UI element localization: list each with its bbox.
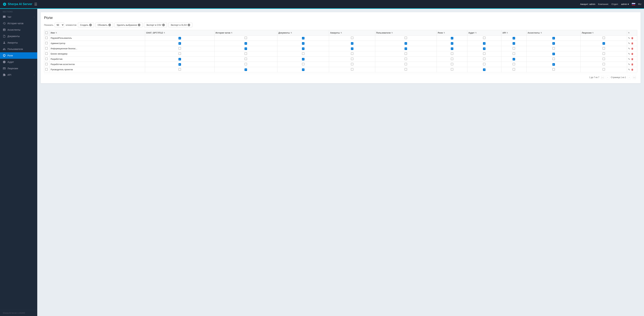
chat-history-sort-icon[interactable]: ⇅	[231, 32, 232, 34]
row-6-cb-4[interactable]	[404, 68, 407, 70]
row-0-edit-icon[interactable]: ✎	[628, 37, 630, 40]
row-3-cb-2[interactable]	[302, 52, 304, 55]
row-0-cb-4[interactable]	[404, 36, 407, 39]
row-1-delete-icon[interactable]: 🗑	[631, 42, 634, 45]
row-4-cb-9[interactable]	[602, 58, 605, 60]
pagination-prev[interactable]: ‹	[606, 76, 610, 79]
sidebar-item-chat-history[interactable]: История чатов	[0, 20, 37, 26]
row-4-cb-4[interactable]	[404, 58, 407, 60]
assistants-sort-icon[interactable]: ⇅	[540, 32, 542, 34]
row-6-cb-6[interactable]	[483, 68, 486, 71]
row-0-cb-5[interactable]	[451, 37, 453, 40]
sidebar-item-accounts[interactable]: Аккаунты	[0, 40, 37, 46]
roles-sort-icon[interactable]: ⇅	[444, 32, 445, 34]
row-5-checkbox[interactable]	[45, 63, 48, 65]
row-2-edit-icon[interactable]: ✎	[628, 47, 630, 50]
row-4-cb-7[interactable]	[512, 58, 515, 60]
row-5-delete-icon[interactable]: 🗑	[631, 63, 634, 66]
xlsx-info-icon[interactable]: i	[188, 24, 190, 26]
row-5-cb-2[interactable]	[302, 63, 304, 65]
row-3-edit-icon[interactable]: ✎	[628, 52, 630, 55]
row-3-cb-3[interactable]	[351, 52, 354, 55]
row-6-cb-1[interactable]	[244, 68, 247, 71]
row-4-cb-5[interactable]	[451, 58, 453, 60]
sidebar-item-chat[interactable]: Чат ›	[0, 14, 37, 20]
delete-info-icon[interactable]: i	[138, 24, 140, 26]
row-5-cb-3[interactable]	[351, 63, 354, 65]
row-3-cb-6[interactable]	[483, 52, 486, 55]
row-5-cb-4[interactable]	[404, 63, 407, 65]
hamburger-button[interactable]: ☰	[34, 2, 37, 6]
row-6-edit-icon[interactable]: ✎	[628, 68, 630, 71]
row-2-cb-0[interactable]	[178, 47, 181, 50]
row-1-cb-9[interactable]	[602, 42, 605, 45]
row-4-cb-0[interactable]	[178, 58, 181, 60]
export-xlsx-button[interactable]: Экспорт в XLSX i	[168, 23, 192, 27]
row-6-cb-7[interactable]	[512, 68, 515, 70]
documents-sort-icon[interactable]: ⇅	[290, 32, 292, 34]
sidebar-item-api[interactable]: API ›	[0, 72, 37, 78]
row-5-cb-7[interactable]	[512, 63, 515, 65]
row-1-cb-5[interactable]	[451, 42, 453, 45]
refresh-button[interactable]: Обновить i	[95, 23, 113, 27]
row-0-cb-9[interactable]	[602, 36, 605, 39]
csv-info-icon[interactable]: i	[162, 24, 165, 26]
select-all-checkbox[interactable]	[45, 32, 48, 34]
row-5-cb-1[interactable]	[244, 63, 247, 65]
row-5-cb-9[interactable]	[602, 63, 605, 65]
row-3-cb-8[interactable]	[552, 53, 555, 55]
row-0-cb-6[interactable]	[483, 36, 486, 39]
audit-sort-icon[interactable]: ⇅	[475, 32, 476, 34]
row-2-cb-6[interactable]	[483, 48, 486, 50]
row-0-cb-8[interactable]	[552, 37, 555, 40]
chat-gpt-sort-icon[interactable]: ⇅	[164, 32, 165, 34]
row-0-cb-1[interactable]	[244, 36, 247, 39]
row-6-delete-icon[interactable]: 🗑	[631, 68, 634, 71]
row-1-cb-0[interactable]	[178, 42, 181, 45]
refresh-info-icon[interactable]: i	[108, 24, 111, 26]
row-5-cb-6[interactable]	[483, 63, 486, 65]
sidebar-item-documents[interactable]: Документы	[0, 33, 37, 40]
row-1-cb-2[interactable]	[302, 42, 304, 45]
row-0-cb-3[interactable]	[351, 36, 354, 39]
row-3-cb-0[interactable]	[178, 52, 181, 55]
row-2-cb-3[interactable]	[351, 48, 354, 50]
row-2-cb-4[interactable]	[404, 48, 407, 50]
row-2-cb-8[interactable]	[552, 47, 555, 50]
create-info-icon[interactable]: i	[89, 24, 92, 26]
export-csv-button[interactable]: Экспорт в CSV i	[144, 23, 167, 27]
row-3-cb-1[interactable]	[244, 52, 247, 55]
row-1-edit-icon[interactable]: ✎	[628, 42, 630, 45]
row-3-delete-icon[interactable]: 🗑	[631, 52, 634, 55]
row-3-cb-4[interactable]	[404, 52, 407, 55]
row-4-cb-3[interactable]	[351, 58, 354, 60]
licenses-sort-icon[interactable]: ⇅	[592, 32, 594, 34]
sidebar-item-audit[interactable]: Аудит	[0, 59, 37, 65]
row-3-cb-7[interactable]	[512, 52, 515, 55]
pagination-first[interactable]: |◁	[601, 76, 604, 79]
create-button[interactable]: Создать i	[78, 23, 94, 27]
row-6-cb-9[interactable]	[602, 68, 605, 70]
row-5-cb-0[interactable]	[178, 63, 181, 66]
row-6-cb-2[interactable]	[302, 68, 304, 71]
sidebar-item-assistants[interactable]: Ассистенты	[0, 26, 37, 33]
sidebar-item-users[interactable]: Пользователи	[0, 46, 37, 52]
row-4-cb-8[interactable]	[552, 58, 555, 60]
row-2-cb-2[interactable]	[302, 48, 304, 50]
row-2-delete-icon[interactable]: 🗑	[631, 47, 634, 50]
row-3-cb-9[interactable]	[602, 52, 605, 55]
row-1-cb-1[interactable]	[244, 42, 247, 45]
pagination-next[interactable]: ›	[628, 76, 631, 79]
row-1-cb-8[interactable]	[552, 42, 555, 45]
row-4-cb-2[interactable]	[302, 58, 304, 60]
row-3-cb-5[interactable]	[451, 52, 453, 55]
row-5-cb-5[interactable]	[451, 63, 453, 65]
pagination-last[interactable]: ▷|	[632, 76, 636, 79]
actions-sort-icon[interactable]: ⇅	[628, 32, 630, 34]
row-2-checkbox[interactable]	[45, 47, 48, 50]
show-select[interactable]: 50 25 100	[55, 23, 64, 27]
row-6-checkbox[interactable]	[45, 68, 48, 70]
delete-selected-button[interactable]: Удалить выбранное i	[114, 23, 142, 27]
api-sort-icon[interactable]: ⇅	[506, 32, 508, 34]
name-sort-icon[interactable]: ⇅	[56, 32, 57, 34]
